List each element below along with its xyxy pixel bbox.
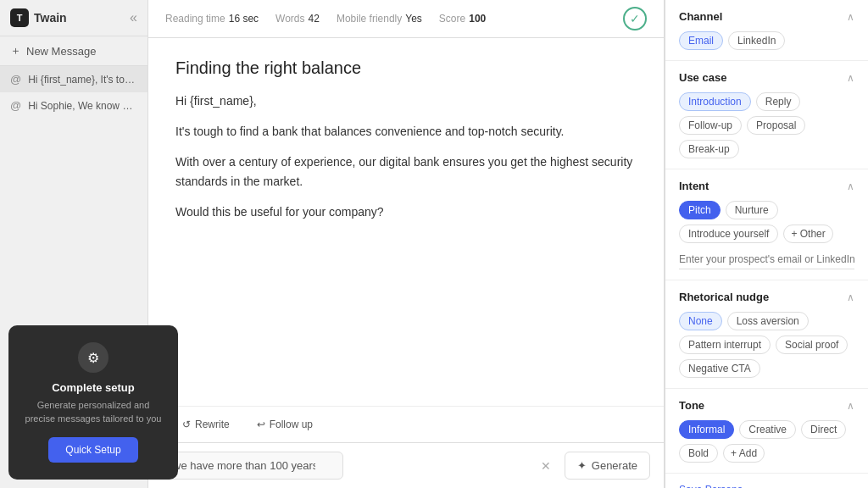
mobile-label: Mobile friendly: [337, 13, 402, 25]
words-value: 42: [309, 13, 320, 25]
app-name: Twain: [34, 11, 67, 25]
rewrite-icon: ↺: [182, 419, 191, 430]
rhetorical-nudge-tags: None Loss aversion Pattern interrupt Soc…: [679, 312, 854, 378]
tone-tag-bold[interactable]: Bold: [679, 444, 718, 463]
tone-section: Tone ∧ Informal Creative Direct Bold + A…: [665, 389, 868, 474]
message-para-1: Hi {first_name},: [175, 92, 637, 112]
new-message-button[interactable]: ＋ New Message: [0, 36, 147, 66]
sidebar-header: T Twain «: [0, 0, 147, 36]
follow-up-icon: ↩: [257, 419, 265, 430]
content-area: Finding the right balance Hi {first_name…: [148, 38, 664, 406]
tone-plus-add[interactable]: + Add: [723, 444, 765, 463]
intent-header: Intent ∧: [679, 180, 854, 192]
words-label: Words: [275, 13, 304, 25]
nudge-tag-negative-cta[interactable]: Negative CTA: [679, 359, 760, 378]
tone-tag-direct[interactable]: Direct: [801, 420, 846, 439]
persona-section: Save Persona Ideal customer profile ∨ Pr…: [665, 474, 868, 488]
rhetorical-nudge-header: Rhetorical nudge ∧: [679, 291, 854, 303]
intent-tag-pitch[interactable]: Pitch: [679, 201, 721, 219]
sidebar: T Twain « ＋ New Message @ Hi {first_name…: [0, 0, 148, 488]
tone-collapse-icon[interactable]: ∧: [847, 400, 854, 412]
channel-section: Channel ∧ Email LinkedIn: [665, 0, 868, 61]
intent-section: Intent ∧ Pitch Nurture Introduce yoursel…: [665, 169, 868, 280]
message-actions: ↺ Rewrite ↩ Follow up: [148, 406, 664, 442]
setup-title: Complete setup: [22, 381, 164, 394]
channel-header: Channel ∧: [679, 10, 854, 23]
reading-time-stat: Reading time 16 sec: [165, 13, 259, 25]
channel-tags: Email LinkedIn: [679, 31, 854, 50]
tone-tag-informal[interactable]: Informal: [679, 420, 734, 439]
tone-title: Tone: [679, 399, 704, 412]
use-case-section: Use case ∧ Introduction Reply Follow-up …: [665, 61, 868, 169]
use-case-title: Use case: [679, 71, 726, 84]
intent-plus-other[interactable]: + Other: [783, 225, 832, 243]
message-title: Finding the right balance: [175, 58, 637, 78]
nudge-tag-pattern-interrupt[interactable]: Pattern interrupt: [679, 336, 771, 354]
save-persona-link[interactable]: Save Persona: [679, 484, 854, 488]
message-para-2: It's tough to find a bank that balances …: [175, 122, 637, 142]
message-body: Hi {first_name}, It's tough to find a ba…: [175, 92, 637, 223]
message-icon-2: @: [10, 99, 21, 112]
intent-input[interactable]: [679, 250, 854, 269]
tone-tag-creative[interactable]: Creative: [739, 420, 796, 439]
rhetorical-nudge-collapse-icon[interactable]: ∧: [847, 291, 854, 303]
toolbar: Reading time 16 sec Words 42 Mobile frie…: [148, 0, 664, 38]
follow-up-button[interactable]: ↩ Follow up: [250, 415, 320, 434]
nudge-tag-none[interactable]: None: [679, 312, 722, 330]
reading-time-label: Reading time: [165, 13, 225, 25]
generate-icon: ✦: [577, 459, 587, 472]
message-para-4: Would this be useful for your company?: [175, 202, 637, 223]
logo-icon: T: [10, 8, 29, 27]
use-case-tag-proposal[interactable]: Proposal: [747, 116, 805, 135]
intent-title: Intent: [679, 180, 709, 192]
main-area: Reading time 16 sec Words 42 Mobile frie…: [148, 0, 665, 488]
use-case-tag-reply[interactable]: Reply: [756, 92, 801, 111]
setup-popup: ⚙ Complete setup Generate personalized a…: [8, 325, 178, 480]
clear-input-icon[interactable]: ✕: [541, 459, 551, 473]
reading-time-value: 16 sec: [229, 13, 259, 25]
quick-setup-button[interactable]: Quick Setup: [48, 437, 137, 463]
use-case-header: Use case ∧: [679, 71, 854, 84]
rewrite-button[interactable]: ↺ Rewrite: [175, 415, 236, 434]
message-icon-1: @: [10, 73, 21, 86]
rhetorical-nudge-title: Rhetorical nudge: [679, 291, 769, 303]
intent-collapse-icon[interactable]: ∧: [847, 180, 854, 192]
intent-tag-introduce[interactable]: Introduce yourself: [679, 225, 778, 243]
channel-tag-email[interactable]: Email: [679, 31, 723, 50]
message-input[interactable]: [162, 452, 343, 480]
sidebar-item-msg2[interactable]: @ Hi Sophie, We know wri...: [0, 92, 147, 119]
channel-collapse-icon[interactable]: ∧: [847, 11, 854, 23]
use-case-collapse-icon[interactable]: ∧: [847, 72, 854, 84]
app-logo: T Twain: [10, 8, 67, 27]
mobile-stat: Mobile friendly Yes: [337, 13, 422, 25]
use-case-tags: Introduction Reply Follow-up Proposal Br…: [679, 92, 854, 158]
score-label: Score: [439, 13, 465, 25]
use-case-tag-introduction[interactable]: Introduction: [679, 92, 751, 111]
rewrite-label: Rewrite: [195, 419, 230, 430]
input-wrapper: ✕: [162, 452, 558, 480]
generate-button[interactable]: ✦ Generate: [565, 452, 650, 480]
right-panel: Channel ∧ Email LinkedIn Use case ∧ Intr…: [665, 0, 868, 488]
sidebar-item-msg1[interactable]: @ Hi {first_name}, It's tou...: [0, 66, 147, 92]
tone-tags: Informal Creative Direct Bold + Add: [679, 420, 854, 463]
intent-tags: Pitch Nurture Introduce yourself + Other: [679, 201, 854, 243]
words-stat: Words 42: [275, 13, 320, 25]
nudge-tag-loss-aversion[interactable]: Loss aversion: [727, 312, 809, 330]
nudge-tag-social-proof[interactable]: Social proof: [776, 336, 848, 354]
generate-label: Generate: [592, 459, 637, 472]
mobile-value: Yes: [405, 13, 422, 25]
rhetorical-nudge-section: Rhetorical nudge ∧ None Loss aversion Pa…: [665, 280, 868, 389]
channel-tag-linkedin[interactable]: LinkedIn: [728, 31, 785, 50]
plus-icon: ＋: [10, 43, 21, 58]
channel-title: Channel: [679, 10, 722, 23]
score-stat: Score 100: [439, 13, 486, 25]
use-case-tag-breakup[interactable]: Break-up: [679, 140, 739, 158]
score-value: 100: [469, 13, 486, 25]
use-case-tag-followup[interactable]: Follow-up: [679, 116, 742, 135]
new-message-label: New Message: [26, 45, 96, 58]
collapse-sidebar-icon[interactable]: «: [130, 10, 137, 25]
tone-header: Tone ∧: [679, 399, 854, 412]
input-area: ✕ ✦ Generate: [148, 442, 664, 488]
setup-description: Generate personalized and precise messag…: [22, 399, 164, 425]
intent-tag-nurture[interactable]: Nurture: [726, 201, 778, 219]
